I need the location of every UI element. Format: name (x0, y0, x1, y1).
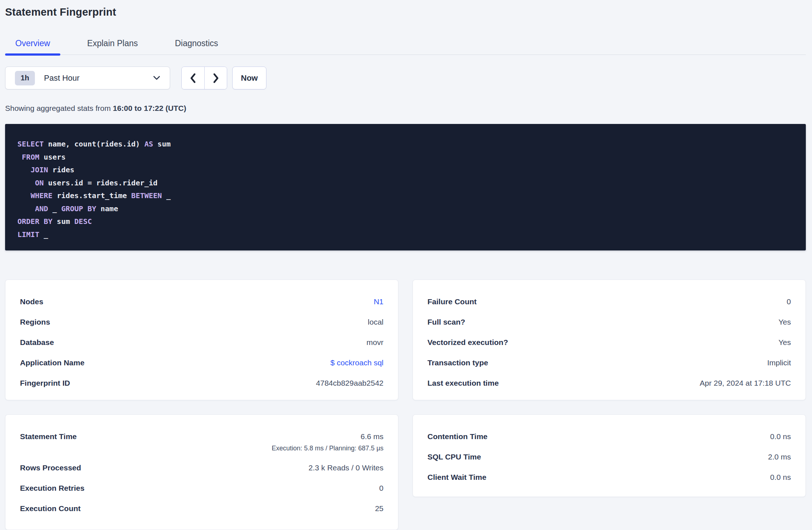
tab-bar: Overview Explain Plans Diagnostics (5, 39, 806, 55)
card-row: NodesN1 (20, 298, 383, 306)
row-value: 2.3 k Reads / 0 Writes (309, 463, 383, 472)
row-value-link[interactable]: N1 (374, 297, 383, 306)
sql-code: SELECT name, count(rides.id) AS sum FROM… (17, 138, 793, 241)
sql-line: SELECT name, count(rides.id) AS sum (17, 138, 793, 151)
row-label: Rows Processed (20, 464, 81, 472)
row-value: Apr 29, 2024 at 17:18 UTC (700, 379, 791, 387)
sql-keyword: DESC (75, 217, 92, 226)
row-subvalue: Execution: 5.8 ms / Planning: 687.5 µs (272, 444, 383, 452)
row-label: Contention Time (427, 433, 487, 441)
sql-text: rides (48, 165, 74, 174)
sql-line: WHERE rides.start_time BETWEEN _ (17, 189, 793, 202)
time-range-dropdown[interactable]: 1h Past Hour (5, 67, 170, 89)
sql-keyword: BETWEEN (131, 191, 162, 200)
card-row: Transaction typeImplicit (427, 359, 791, 368)
row-value: movr (366, 338, 383, 346)
row-value: 0.0 ns (770, 432, 791, 441)
sql-keyword: ON (35, 178, 44, 187)
row-label: Last execution time (427, 379, 499, 387)
row-label: SQL CPU Time (427, 453, 481, 461)
row-value: 0 (787, 297, 791, 306)
card-row: Failure Count0 (427, 298, 791, 306)
sql-line: LIMIT _ (17, 228, 793, 241)
sql-text: name (96, 204, 118, 213)
statement-fingerprint-page: Statement Fingerprint Overview Explain P… (0, 0, 812, 530)
row-value-wrap: $ cockroach sql (330, 359, 383, 368)
row-value-wrap: N1 (374, 298, 383, 306)
row-value-wrap: Yes (779, 318, 791, 327)
row-label: Execution Retries (20, 484, 84, 492)
card-row: Regionslocal (20, 318, 383, 327)
overview-card: NodesN1RegionslocalDatabasemovrApplicati… (5, 280, 398, 400)
interval-badge: 1h (15, 71, 35, 85)
statement-statistics-card: Statement Time6.6 msExecution: 5.8 ms / … (5, 414, 398, 530)
row-label: Client Wait Time (427, 473, 486, 481)
time-step-buttons (181, 67, 227, 89)
sql-line: ORDER BY sum DESC (17, 215, 793, 228)
sql-text: _ (48, 204, 61, 213)
sql-keyword: AS (144, 140, 153, 148)
sql-keyword: SELECT (17, 140, 44, 148)
tab-overview[interactable]: Overview (5, 39, 60, 55)
row-label: Full scan? (427, 318, 465, 326)
sql-keyword: FROM (22, 153, 39, 161)
sql-line: ON users.id = rides.rider_id (17, 177, 793, 190)
chevron-left-icon (189, 73, 197, 84)
sql-text: rides.start_time (52, 191, 131, 200)
card-row: Vectorized execution?Yes (427, 338, 791, 347)
row-value-wrap: 0 (787, 298, 791, 306)
page-title: Statement Fingerprint (5, 6, 806, 18)
timings-card: Contention Time0.0 nsSQL CPU Time2.0 msC… (413, 414, 806, 497)
next-time-button[interactable] (204, 67, 227, 89)
card-row: Fingerprint ID4784cb829aab2542 (20, 379, 383, 388)
row-label: Application Name (20, 359, 84, 367)
sql-keyword: LIMIT (17, 230, 39, 239)
row-value-wrap: Apr 29, 2024 at 17:18 UTC (700, 379, 791, 388)
row-value: 0.0 ns (770, 473, 791, 481)
card-row: Execution Count25 (20, 505, 383, 513)
row-label: Fingerprint ID (20, 379, 70, 387)
row-label: Execution Count (20, 505, 81, 513)
aggregated-stats-note: Showing aggregated stats from 16:00 to 1… (5, 104, 806, 113)
now-button[interactable]: Now (232, 67, 266, 89)
stats-note-prefix: Showing aggregated stats from (5, 104, 113, 112)
row-value: Yes (779, 338, 791, 346)
row-value-link[interactable]: $ cockroach sql (330, 358, 383, 367)
sql-line: JOIN rides (17, 164, 793, 177)
sql-text: _ (162, 191, 170, 200)
sql-text: _ (39, 230, 48, 239)
sql-keyword: GROUP BY (61, 204, 96, 213)
tab-diagnostics[interactable]: Diagnostics (165, 39, 228, 55)
row-label: Failure Count (427, 298, 477, 306)
row-value: 4784cb829aab2542 (316, 379, 383, 387)
card-row: Last execution timeApr 29, 2024 at 17:18… (427, 379, 791, 388)
card-row: Contention Time0.0 ns (427, 433, 791, 441)
tab-explain-plans[interactable]: Explain Plans (77, 39, 148, 55)
sql-statement-box: SELECT name, count(rides.id) AS sum FROM… (5, 124, 806, 250)
sql-line: FROM users (17, 151, 793, 164)
prev-time-button[interactable] (182, 67, 204, 89)
sql-keyword: WHERE (31, 191, 52, 200)
row-value-wrap: local (368, 318, 383, 327)
row-value-wrap: 0.0 ns (770, 473, 791, 482)
row-label: Database (20, 338, 54, 346)
row-label: Transaction type (427, 359, 488, 367)
card-row: SQL CPU Time2.0 ms (427, 453, 791, 462)
time-controls: 1h Past Hour Now (5, 67, 806, 89)
sql-keyword: AND (35, 204, 48, 213)
card-row: Application Name$ cockroach sql (20, 359, 383, 368)
row-value-wrap: Implicit (767, 359, 791, 368)
chevron-down-icon (153, 76, 160, 80)
card-row: Databasemovr (20, 338, 383, 347)
row-label: Statement Time (20, 433, 77, 441)
row-value: 25 (375, 504, 383, 513)
row-value-wrap: 0.0 ns (770, 433, 791, 441)
row-label: Regions (20, 318, 50, 326)
sql-text: users (39, 153, 65, 161)
sql-keyword: JOIN (31, 165, 48, 174)
row-value: 2.0 ms (768, 453, 791, 461)
row-value-wrap: Yes (779, 338, 791, 347)
summary-cards: NodesN1RegionslocalDatabasemovrApplicati… (5, 280, 806, 530)
sql-line: AND _ GROUP BY name (17, 202, 793, 216)
sql-text: sum (153, 140, 170, 148)
